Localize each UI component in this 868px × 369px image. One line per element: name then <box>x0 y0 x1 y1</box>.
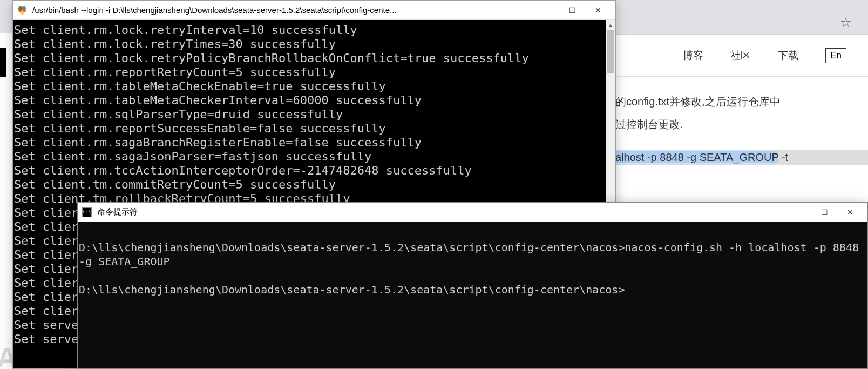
bookmark-star-icon[interactable]: ☆ <box>840 15 852 30</box>
nav-blog[interactable]: 博客 <box>683 49 703 63</box>
content-command: alhost -p 8848 -g SEATA_GROUP -t <box>615 150 868 165</box>
minimize-button[interactable]: — <box>533 1 559 19</box>
lang-switch[interactable]: En <box>825 48 846 63</box>
minimize-button[interactable]: — <box>785 203 811 222</box>
scrollbar-up-icon[interactable]: ▲ <box>606 20 615 30</box>
cmd-window: C:\ 命令提示符 — ☐ ✕ D:\lls\chengjiansheng\Do… <box>77 202 868 369</box>
cmd-titlebar[interactable]: C:\ 命令提示符 — ☐ ✕ <box>78 203 867 222</box>
nav-download[interactable]: 下载 <box>778 49 798 63</box>
nav-community[interactable]: 社区 <box>730 49 751 63</box>
content-line2: 过控制台更改. <box>615 115 857 134</box>
bash-title: /usr/bin/bash --login -i D:\lls\chengjia… <box>32 5 533 15</box>
page-content: 的config.txt并修改,之后运行仓库中 过控制台更改. <box>615 92 857 134</box>
watermark-text: TA <box>0 341 12 368</box>
cmd-terminal-body[interactable]: D:\lls\chengjiansheng\Downloads\seata-se… <box>78 222 867 368</box>
maximize-button[interactable]: ☐ <box>811 203 837 222</box>
cmd-window-controls: — ☐ ✕ <box>785 203 863 222</box>
page-left-sliver: TA <box>0 33 12 368</box>
content-command-tail: -t <box>778 151 788 163</box>
close-button[interactable]: ✕ <box>837 203 863 222</box>
close-button[interactable]: ✕ <box>585 1 611 19</box>
bash-titlebar[interactable]: /usr/bin/bash --login -i D:\lls\chengjia… <box>13 1 615 20</box>
bash-window-controls: — ☐ ✕ <box>533 1 611 19</box>
git-bash-icon <box>17 5 27 15</box>
selected-text: alhost -p 8848 -g SEATA_GROUP <box>615 151 778 163</box>
maximize-button[interactable]: ☐ <box>559 1 585 19</box>
content-line1: 的config.txt并修改,之后运行仓库中 <box>615 92 857 111</box>
cmd-icon: C:\ <box>82 207 92 217</box>
logo-bar <box>0 48 6 77</box>
cmd-title: 命令提示符 <box>97 207 785 217</box>
scrollbar-thumb[interactable] <box>607 30 614 73</box>
